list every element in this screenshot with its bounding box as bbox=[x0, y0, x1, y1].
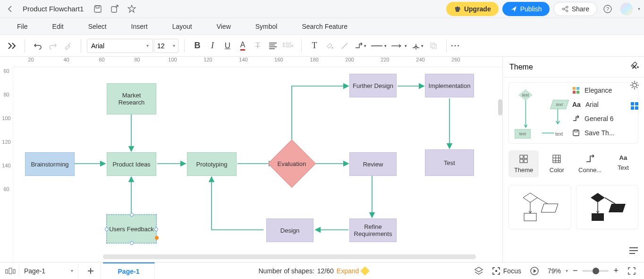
panel-tab-text[interactable]: Aa Text bbox=[608, 150, 638, 177]
svg-point-47 bbox=[637, 66, 639, 68]
menu-select[interactable]: Select bbox=[88, 23, 107, 30]
font-color-icon[interactable]: A bbox=[236, 39, 250, 53]
back-icon[interactable] bbox=[4, 2, 17, 16]
text-tool-icon[interactable]: T bbox=[307, 39, 322, 53]
line-color-icon[interactable] bbox=[338, 39, 352, 53]
canvas-area[interactable]: 20406080100120140160180200220240260 6080… bbox=[0, 57, 502, 262]
selection-handle[interactable] bbox=[130, 213, 134, 217]
zoom-slider[interactable] bbox=[582, 270, 609, 272]
menu-view[interactable]: View bbox=[217, 23, 231, 30]
line-jump-icon[interactable]: ▾ bbox=[410, 39, 425, 53]
export-icon[interactable] bbox=[108, 2, 121, 16]
menu-insert[interactable]: Insert bbox=[131, 23, 148, 30]
panel-tab-theme[interactable]: Theme bbox=[508, 150, 539, 177]
ruler-horizontal: 20406080100120140160180200220240260 bbox=[13, 57, 502, 67]
toolbar: Arial ▾ 12 ▾ B I U A T̶ ▾ T ▾ ▾ ▾ ▾ ··· bbox=[0, 35, 644, 57]
share-button[interactable]: Share bbox=[553, 2, 597, 16]
selection-handle[interactable] bbox=[130, 241, 134, 245]
upgrade-button[interactable]: Upgrade bbox=[446, 2, 499, 16]
svg-rect-0 bbox=[94, 6, 101, 12]
node-review[interactable]: Review bbox=[349, 152, 397, 176]
node-test[interactable]: Test bbox=[425, 149, 474, 176]
layers-toggle-icon[interactable] bbox=[472, 264, 485, 278]
svg-rect-50 bbox=[635, 102, 638, 105]
svg-point-48 bbox=[633, 83, 636, 87]
node-prototyping[interactable]: Prototyping bbox=[187, 152, 237, 176]
theme-option-2[interactable] bbox=[576, 185, 639, 229]
more-icon[interactable]: ··· bbox=[449, 39, 463, 53]
font-size-select[interactable]: 12 ▾ bbox=[154, 39, 178, 53]
underline-icon[interactable]: U bbox=[220, 39, 235, 53]
horizontal-scrollbar[interactable] bbox=[103, 254, 476, 259]
node-users-feedback[interactable]: Users Feedback bbox=[107, 215, 156, 243]
menu-edit[interactable]: Edit bbox=[52, 23, 64, 30]
zoom-in-icon[interactable]: + bbox=[613, 266, 619, 276]
publish-button[interactable]: Publish bbox=[502, 2, 550, 16]
node-product-ideas[interactable]: Product Ideas bbox=[107, 152, 156, 176]
bold-icon[interactable]: B bbox=[190, 39, 204, 53]
svg-line-43 bbox=[537, 198, 548, 204]
settings-icon[interactable] bbox=[628, 78, 641, 92]
chevron-down-icon: ▾ bbox=[173, 43, 175, 48]
focus-button[interactable]: Focus bbox=[492, 267, 521, 275]
zoom-value[interactable]: 79% bbox=[548, 267, 561, 275]
strikethrough-icon[interactable]: T̶ bbox=[251, 39, 265, 53]
selection-handle[interactable] bbox=[154, 227, 158, 231]
zoom-out-icon[interactable]: − bbox=[573, 266, 578, 276]
chevron-down-icon: ▾ bbox=[71, 268, 73, 273]
fullscreen-icon[interactable] bbox=[625, 264, 638, 278]
vertical-scrollbar[interactable] bbox=[498, 99, 502, 115]
selection-handle[interactable] bbox=[105, 227, 109, 231]
play-icon[interactable] bbox=[528, 264, 541, 278]
help-icon[interactable]: ? bbox=[601, 2, 614, 16]
node-design[interactable]: Design bbox=[266, 218, 314, 242]
avatar-caret-icon[interactable]: ▾ bbox=[638, 6, 640, 11]
page-select[interactable]: Page-1 ▾ bbox=[19, 264, 78, 278]
pages-overview-icon[interactable] bbox=[4, 264, 17, 278]
menu-layout[interactable]: Layout bbox=[172, 23, 192, 30]
line-style-icon[interactable]: ▾ bbox=[369, 39, 389, 53]
node-refine-requirements[interactable]: Refine Requirements bbox=[349, 218, 397, 242]
expand-toolbar-icon[interactable] bbox=[3, 35, 23, 56]
fill-color-icon[interactable] bbox=[322, 39, 337, 53]
chevron-down-icon[interactable]: ▾ bbox=[566, 268, 568, 273]
menu-file[interactable]: File bbox=[17, 23, 28, 30]
undo-icon[interactable] bbox=[31, 39, 45, 53]
line-spacing-icon[interactable]: ▾ bbox=[281, 39, 296, 53]
menu-symbol[interactable]: Symbol bbox=[255, 23, 278, 30]
node-implementation[interactable]: Implementation bbox=[425, 74, 474, 97]
menu-search-feature[interactable]: Search Feature bbox=[302, 23, 347, 30]
node-brainstorming[interactable]: Brainstorming bbox=[25, 152, 75, 176]
star-icon[interactable] bbox=[125, 2, 138, 16]
expand-link[interactable]: Expand bbox=[337, 267, 359, 275]
theme-save-row[interactable]: Save Th... bbox=[572, 129, 636, 137]
arrow-style-icon[interactable]: ▾ bbox=[390, 39, 409, 53]
page-tab-active[interactable]: Page-1 bbox=[103, 262, 155, 279]
align-icon[interactable] bbox=[266, 39, 280, 53]
paint-icon[interactable] bbox=[628, 58, 641, 71]
format-painter-icon[interactable] bbox=[61, 39, 75, 53]
theme-connector-row[interactable]: General 6 bbox=[572, 115, 636, 122]
panel-tab-color[interactable]: Color bbox=[542, 150, 572, 177]
panel-tab-connector[interactable]: Conne... bbox=[575, 150, 605, 177]
font-family-select[interactable]: Arial ▾ bbox=[87, 39, 153, 53]
svg-rect-49 bbox=[631, 102, 634, 105]
svg-point-4 bbox=[566, 6, 568, 8]
node-further-design[interactable]: Further Design bbox=[349, 74, 397, 97]
svg-rect-58 bbox=[13, 270, 15, 273]
theme-option-1[interactable] bbox=[508, 185, 571, 229]
connector-style-icon[interactable]: ▾ bbox=[353, 39, 368, 53]
apps-icon[interactable] bbox=[628, 99, 641, 113]
list-icon[interactable] bbox=[627, 244, 640, 257]
redo-icon[interactable] bbox=[46, 39, 60, 53]
rotation-handle[interactable] bbox=[155, 236, 159, 240]
font-size-value: 12 bbox=[157, 42, 165, 50]
layers-icon[interactable] bbox=[426, 39, 441, 53]
add-page-button[interactable] bbox=[80, 262, 101, 279]
share-label: Share bbox=[572, 5, 589, 13]
avatar[interactable] bbox=[620, 2, 633, 16]
node-market-research[interactable]: Market Research bbox=[107, 83, 156, 114]
save-icon[interactable] bbox=[91, 2, 104, 16]
italic-icon[interactable]: I bbox=[205, 39, 220, 53]
document-title[interactable]: Product Flowchart1 bbox=[23, 5, 84, 13]
